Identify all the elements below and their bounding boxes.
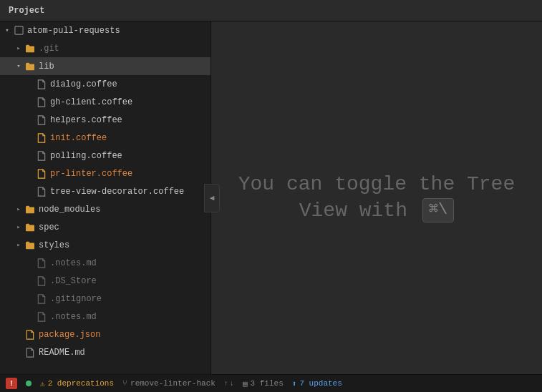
label-spec: spec [39, 222, 210, 232]
tree-item-polling[interactable]: ▸ polling.coffee [0, 147, 210, 165]
tree-item-spec[interactable]: ▸ spec [0, 218, 210, 236]
error-icon: ! [6, 378, 17, 389]
label-package: package.json [39, 330, 210, 340]
label-notes2: .notes.md [50, 312, 210, 322]
files-text: 3 files [251, 379, 284, 388]
label-pr-linter: pr-linter.coffee [50, 169, 210, 179]
icon-ghclient [36, 97, 47, 108]
icon-root [13, 25, 24, 36]
sidebar-tree-view[interactable]: ▾ atom-pull-requests▸ .git▾ lib▸ dialog.… [0, 21, 211, 374]
connection-status-dot [26, 381, 32, 386]
branch-name: remove-linter-hack [130, 379, 216, 388]
title-bar: Project [0, 0, 542, 21]
tree-item-git[interactable]: ▸ .git [0, 39, 210, 57]
project-title: Project [9, 6, 44, 16]
tree-item-readme[interactable]: ▸ README.md [0, 343, 210, 361]
label-root: atom-pull-requests [27, 26, 210, 36]
label-tree-view: tree-view-decorator.coffee [50, 187, 210, 197]
icon-spec [24, 222, 36, 233]
arrow-up-icon[interactable]: ↑ [224, 380, 228, 388]
tree-item-pr-linter[interactable]: ▸ pr-linter.coffee [0, 165, 210, 182]
main-content: ▾ atom-pull-requests▸ .git▾ lib▸ dialog.… [0, 21, 542, 374]
branch-icon: ⑂ [122, 379, 127, 388]
icon-notes1 [36, 258, 47, 269]
label-readme: README.md [39, 348, 210, 358]
tree-arrow-root: ▾ [3, 26, 11, 35]
files-icon: ▤ [243, 379, 248, 388]
icon-pr-linter [36, 168, 47, 180]
icon-package [24, 329, 36, 340]
label-gitignore: .gitignore [50, 294, 210, 304]
icon-readme [24, 347, 36, 358]
updates-text: 7 updates [299, 379, 342, 388]
status-bar: ! ⚠ 2 deprecations ⑂ remove-linter-hack … [0, 374, 542, 392]
updates-icon: ⬆ [292, 379, 297, 388]
arrow-down-icon[interactable]: ↓ [230, 380, 234, 388]
tree-item-node_modules[interactable]: ▸ node_modules [0, 200, 210, 218]
tree-item-styles[interactable]: ▸ styles [0, 236, 210, 254]
tree-item-notes2[interactable]: ▸ .notes.md [0, 308, 210, 325]
deprecations-warning[interactable]: ⚠ 2 deprecations [40, 379, 114, 388]
tree-arrow-lib: ▾ [14, 62, 23, 71]
icon-ds_store [36, 275, 47, 287]
label-dialog: dialog.coffee [50, 79, 210, 89]
tree-item-package[interactable]: ▸ package.json [0, 325, 210, 343]
scroll-arrows[interactable]: ↑ ↓ [224, 380, 234, 388]
tree-arrow-styles: ▸ [14, 241, 23, 250]
icon-helpers [36, 114, 47, 126]
icon-tree-view [36, 186, 47, 197]
icon-dialog [36, 79, 47, 90]
keyboard-shortcut: ⌘\ [422, 198, 454, 223]
tree-item-ds_store[interactable]: ▸ .DS_Store [0, 272, 210, 290]
icon-node_modules [24, 204, 36, 215]
tree-arrow-spec: ▸ [14, 223, 23, 232]
git-branch[interactable]: ⑂ remove-linter-hack [122, 379, 216, 388]
tree-item-root[interactable]: ▾ atom-pull-requests [0, 21, 210, 39]
label-git: .git [39, 44, 210, 54]
icon-polling [36, 150, 47, 162]
icon-notes2 [36, 311, 47, 323]
label-node_modules: node_modules [39, 205, 210, 215]
files-count: ▤ 3 files [243, 379, 284, 388]
label-ghclient: gh-client.coffee [50, 97, 210, 107]
icon-styles [24, 240, 36, 251]
label-init: init.coffee [50, 133, 210, 143]
svg-rect-0 [14, 26, 22, 34]
icon-gitignore [36, 293, 47, 305]
tree-arrow-node_modules: ▸ [14, 205, 23, 214]
tree-item-gitignore[interactable]: ▸ .gitignore [0, 290, 210, 308]
label-styles: styles [39, 240, 210, 250]
tree-item-init[interactable]: ▸ init.coffee [0, 129, 210, 147]
toggle-tree-view-button[interactable]: ◀ [204, 184, 220, 212]
updates-count[interactable]: ⬆ 7 updates [292, 379, 342, 388]
tree-item-lib[interactable]: ▾ lib [0, 57, 210, 75]
tree-item-dialog[interactable]: ▸ dialog.coffee [0, 75, 210, 93]
tree-item-notes1[interactable]: ▸ .notes.md [0, 254, 210, 272]
label-lib: lib [39, 62, 210, 72]
label-helpers: helpers.coffee [50, 115, 210, 125]
tree-item-ghclient[interactable]: ▸ gh-client.coffee [0, 93, 210, 111]
right-panel: You can toggle the Tree View with ⌘\ [211, 21, 542, 374]
icon-lib [24, 61, 36, 72]
label-polling: polling.coffee [50, 151, 210, 161]
icon-init [36, 132, 47, 144]
hint-text: You can toggle the Tree View with ⌘\ [224, 157, 529, 238]
label-ds_store: .DS_Store [50, 276, 210, 286]
warning-triangle-icon: ⚠ [40, 379, 45, 388]
tree-item-helpers[interactable]: ▸ helpers.coffee [0, 111, 210, 129]
deprecations-count: 2 deprecations [48, 379, 114, 388]
label-notes1: .notes.md [50, 258, 210, 268]
tree-item-tree-view[interactable]: ▸ tree-view-decorator.coffee [0, 182, 210, 200]
icon-git [24, 43, 36, 54]
tree-arrow-git: ▸ [14, 44, 23, 53]
